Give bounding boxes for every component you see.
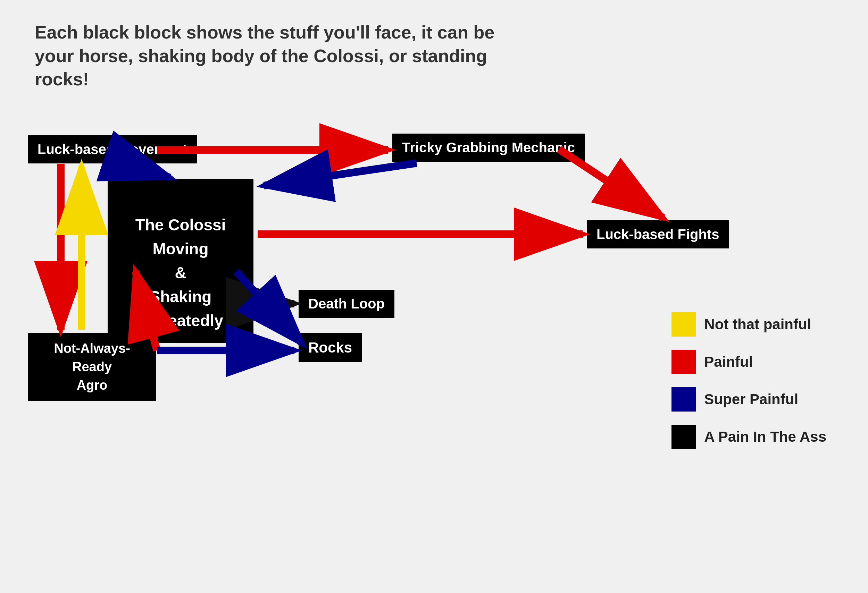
legend-item-blue: Super Painful: [672, 387, 826, 412]
node-rocks: Rocks: [298, 333, 362, 362]
legend-item-red: Painful: [672, 350, 826, 374]
node-not-always-agro: Not-Always-ReadyAgro: [28, 333, 156, 401]
legend-label-yellow: Not that painful: [704, 316, 811, 333]
node-colossi-center: The Colossi Moving&Shaking Repeatedly: [108, 179, 254, 343]
node-death-loop: Death Loop: [298, 290, 394, 318]
arrow-trickygrabbing-to-colossi: [264, 163, 417, 185]
node-luck-fights: Luck-based Fights: [587, 220, 729, 249]
page: Each black block shows the stuff you'll …: [0, 0, 868, 593]
legend-box-blue: [672, 387, 696, 412]
arrow-luckmovement-to-colossi: [128, 164, 170, 178]
legend-item-yellow: Not that painful: [672, 312, 826, 337]
node-luck-movement: Luck-based Movement: [28, 135, 197, 163]
legend-item-black: A Pain In The Ass: [672, 425, 826, 449]
header-text: Each black block shows the stuff you'll …: [35, 21, 521, 91]
legend-box-black: [672, 425, 696, 449]
legend-label-black: A Pain In The Ass: [704, 428, 826, 445]
legend-box-yellow: [672, 312, 696, 337]
legend-box-red: [672, 350, 696, 374]
legend-label-blue: Super Painful: [704, 391, 798, 408]
legend-label-red: Painful: [704, 353, 753, 370]
legend: Not that painful Painful Super Painful A…: [672, 312, 826, 449]
node-tricky-grabbing: Tricky Grabbing Mechanic: [392, 134, 585, 162]
